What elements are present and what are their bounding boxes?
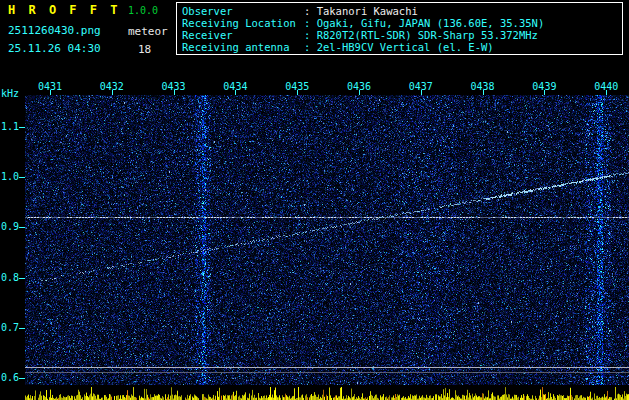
info-label: Receiver [182,29,304,41]
y-tick-label: 0.6 [1,372,17,383]
meteor-count-value: 18 [138,43,151,56]
y-tick-label: 0.7 [1,322,17,333]
observer-info-panel: Observer: Takanori KawachiReceiving Loca… [176,2,623,55]
app-title: H R O F F T [8,3,120,17]
mode-label: meteor [128,25,168,38]
timestamp: 25.11.26 04:30 [8,42,101,55]
info-row: Observer: Takanori Kawachi [182,5,617,17]
y-tick-label: 0.8 [1,272,17,283]
info-row: Receiving antenna: 2el-HB9CV Vertical (e… [182,41,617,53]
info-label: Receiving antenna [182,41,304,53]
hrofft-window: H R O F F T 1.0.0 2511260430.png meteor … [0,0,629,400]
info-value: : Ogaki, Gifu, JAPAN (136.60E, 35.35N) [304,17,544,29]
signal-level-meter-canvas [25,386,629,400]
spectrogram-canvas [25,95,629,385]
y-axis-unit-label: kHz [1,88,19,99]
y-tick-label: 0.9 [1,221,17,232]
info-label: Receiving Location [182,17,304,29]
output-filename: 2511260430.png [8,24,101,37]
info-value: : 2el-HB9CV Vertical (el. E-W) [304,41,494,53]
info-value: : R820T2(RTL-SDR) SDR-Sharp 53.372MHz [304,29,538,41]
info-row: Receiving Location: Ogaki, Gifu, JAPAN (… [182,17,617,29]
app-version: 1.0.0 [128,5,158,16]
info-label: Observer [182,5,304,17]
info-value: : Takanori Kawachi [304,5,418,17]
info-row: Receiver: R820T2(RTL-SDR) SDR-Sharp 53.3… [182,29,617,41]
y-tick-label: 1.1 [1,121,17,132]
y-tick-label: 1.0 [1,171,17,182]
